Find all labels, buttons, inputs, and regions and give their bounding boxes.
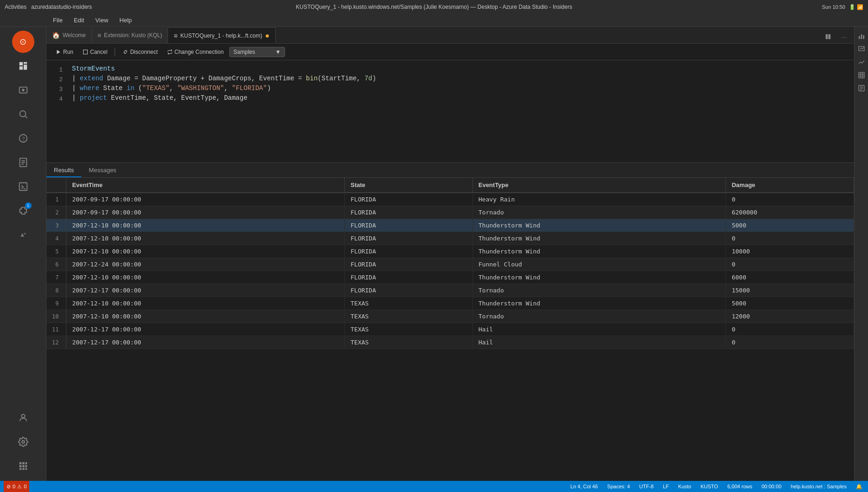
menu-view[interactable]: View (93, 16, 110, 25)
menu-help[interactable]: Help (117, 16, 134, 25)
activity-settings[interactable] (12, 431, 34, 453)
more-actions-button[interactable]: ··· (837, 30, 850, 43)
notification-icon[interactable]: 🔔 (854, 484, 864, 490)
activities-label[interactable]: Activities (5, 4, 26, 10)
col-eventtime[interactable]: EventTime (66, 178, 345, 193)
table-cell: 5000 (726, 297, 854, 310)
chart-icon-5[interactable] (856, 83, 867, 94)
chart-icon-2[interactable] (856, 44, 867, 55)
line-col[interactable]: Ln 4, Col 46 (569, 484, 600, 489)
col-damage[interactable]: Damage (726, 178, 854, 193)
table-cell: 2007-12-10 00:00:00 (66, 232, 345, 245)
encoding[interactable]: UTF-8 (637, 484, 655, 489)
tab-extension-kusto[interactable]: ≡ Extension: Kusto (KQL) (92, 27, 168, 43)
activity-terminal[interactable] (12, 175, 34, 198)
table-cell: Tornado (473, 284, 726, 297)
activity-extensions[interactable]: 1 (12, 200, 34, 222)
results-tab[interactable]: Results (46, 164, 81, 177)
change-connection-label: Change Connection (175, 49, 224, 55)
table-row[interactable]: 92007-12-10 00:00:00TEXASThunderstorm Wi… (46, 297, 854, 310)
chart-icon-3[interactable] (856, 57, 867, 68)
table-cell: FLORIDA (345, 284, 473, 297)
activity-questions[interactable]: ? (12, 127, 34, 149)
activity-grid[interactable] (12, 455, 34, 477)
col-eventtype[interactable]: EventType (473, 178, 726, 193)
svg-rect-33 (861, 34, 862, 39)
table-row[interactable]: 22007-09-17 00:00:00FLORIDATornado620000… (46, 206, 854, 219)
disconnect-button[interactable]: Disconnect (119, 47, 161, 57)
table-row[interactable]: 82007-12-17 00:00:00FLORIDATornado15000 (46, 284, 854, 297)
table-cell: 0 (726, 336, 854, 349)
table-row[interactable]: 42007-12-10 00:00:00FLORIDAThunderstorm … (46, 232, 854, 245)
activity-new-connection[interactable] (12, 79, 34, 101)
spaces[interactable]: Spaces: 4 (605, 484, 632, 489)
run-button[interactable]: Run (52, 47, 77, 57)
menu-file[interactable]: File (51, 16, 65, 25)
svg-rect-34 (863, 35, 864, 39)
table-row[interactable]: 72007-12-10 00:00:00FLORIDAThunderstorm … (46, 271, 854, 284)
table-cell: 2007-12-17 00:00:00 (66, 284, 345, 297)
messages-tab[interactable]: Messages (81, 164, 123, 177)
warning-number: 0 (24, 484, 26, 489)
activity-notebook[interactable] (12, 151, 34, 174)
cell-rownum: 8 (46, 284, 66, 297)
table-row[interactable]: 62007-12-24 00:00:00FLORIDAFunnel Cloud0 (46, 258, 854, 271)
change-connection-button[interactable]: Change Connection (163, 47, 227, 57)
col-state[interactable]: State (345, 178, 473, 193)
code-editor[interactable]: 1 2 3 4 StormEvents | extend Damage = Da… (46, 60, 854, 162)
cancel-button[interactable]: Cancel (79, 47, 111, 57)
table-cell: 5000 (726, 219, 854, 232)
extension-icon: ≡ (97, 32, 101, 39)
code-content[interactable]: StormEvents | extend Damage = DamageProp… (67, 64, 854, 159)
svg-rect-28 (829, 34, 831, 39)
svg-rect-21 (19, 465, 21, 467)
warning-icon: ⚠ (17, 484, 22, 490)
svg-rect-2 (19, 66, 22, 70)
connection-info[interactable]: help.kusto.net : Samples (789, 484, 849, 489)
chart-icon-1[interactable] (856, 31, 867, 42)
table-cell: Thunderstorm Wind (473, 219, 726, 232)
split-editor-button[interactable] (822, 30, 835, 43)
database-selector[interactable]: Samples ▼ (229, 47, 285, 57)
table-row[interactable]: 12007-09-17 00:00:00FLORIDAHeavy Rain0 (46, 193, 854, 206)
ubuntu-logo: ⊙ (12, 31, 34, 53)
results-table: EventTime State EventType Damage 12007-0… (46, 178, 854, 349)
activity-search[interactable] (12, 103, 34, 125)
row-count[interactable]: 6,004 rows (725, 484, 754, 489)
table-cell: Hail (473, 336, 726, 349)
cancel-label: Cancel (90, 49, 107, 55)
right-panel (854, 27, 868, 481)
error-count[interactable]: ⊘ 0 ⚠ 0 (4, 481, 29, 492)
svg-point-5 (22, 89, 25, 91)
table-row[interactable]: 122007-12-17 00:00:00TEXASHail0 (46, 336, 854, 349)
status-bar: ⊘ 0 ⚠ 0 Ln 4, Col 46 Spaces: 4 UTF-8 LF … (0, 481, 868, 492)
table-cell: Tornado (473, 206, 726, 219)
svg-rect-32 (859, 36, 860, 39)
table-row[interactable]: 52007-12-10 00:00:00FLORIDAThunderstorm … (46, 245, 854, 258)
table-row[interactable]: 112007-12-17 00:00:00TEXASHail0 (46, 323, 854, 336)
tab-query-label: KUSTOQuery_1 - help.k...ft.com) (181, 32, 263, 39)
line-numbers: 1 2 3 4 (46, 64, 67, 159)
schema[interactable]: KUSTO (699, 484, 720, 489)
activity-account[interactable] (12, 407, 34, 429)
tab-welcome[interactable]: 🏠 Welcome (46, 27, 92, 43)
table-cell: TEXAS (345, 336, 473, 349)
table-row[interactable]: 32007-12-10 00:00:00FLORIDAThunderstorm … (46, 219, 854, 232)
table-cell: 6200000 (726, 206, 854, 219)
svg-line-7 (25, 116, 27, 118)
activity-explorer[interactable] (12, 55, 34, 77)
eol[interactable]: LF (661, 484, 671, 489)
activity-azure[interactable] (12, 224, 34, 246)
menu-edit[interactable]: Edit (72, 16, 86, 25)
language-mode[interactable]: Kusto (676, 484, 693, 489)
table-cell: TEXAS (345, 297, 473, 310)
query-time[interactable]: 00:00:00 (760, 484, 784, 489)
table-cell: Funnel Cloud (473, 258, 726, 271)
results-table-container[interactable]: EventTime State EventType Damage 12007-0… (46, 178, 854, 395)
chart-icon-4[interactable] (856, 70, 867, 81)
app-name-label[interactable]: azuredatastudio-insiders (31, 4, 92, 10)
tab-kusto-query[interactable]: ≡ KUSTOQuery_1 - help.k...ft.com) ● (168, 27, 275, 43)
table-row[interactable]: 102007-12-10 00:00:00TEXASTornado12000 (46, 310, 854, 323)
svg-rect-26 (25, 468, 27, 470)
cell-rownum: 9 (46, 297, 66, 310)
